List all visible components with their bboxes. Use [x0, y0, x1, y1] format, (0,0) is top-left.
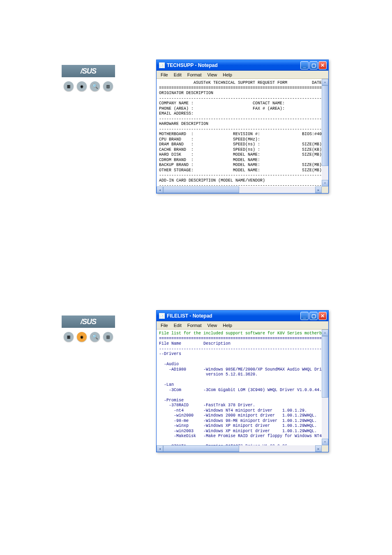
close-button[interactable]: ✕ — [318, 312, 327, 320]
techsupp-text: ASUSTeK TECHNICAL SUPPORT REQUEST FORM D… — [159, 81, 326, 187]
menu-edit[interactable]: Edit — [171, 322, 184, 329]
maximize-button[interactable]: ▢ — [309, 61, 318, 69]
scroll-down-icon[interactable]: ▾ — [322, 180, 328, 187]
techsupp-content[interactable]: ASUSTeK TECHNICAL SUPPORT REQUEST FORM D… — [157, 79, 328, 187]
asus-logo-block-1: /SUS ▦ ◉ 🔍 ▤ — [55, 60, 121, 97]
vertical-scrollbar[interactable]: ▴ ▾ — [322, 79, 328, 187]
menu-file[interactable]: File — [158, 322, 171, 329]
scroll-left-icon[interactable]: ◂ — [157, 445, 163, 452]
menu-format[interactable]: Format — [185, 322, 204, 329]
scroll-up-icon[interactable]: ▴ — [322, 329, 328, 336]
filelist-titlebar[interactable]: 📄 FILELIST - Notepad _ ▢ ✕ — [157, 311, 328, 321]
filelist-title: FILELIST - Notepad — [167, 313, 212, 319]
maximize-button[interactable]: ▢ — [309, 312, 318, 320]
search-icon: 🔍 — [90, 81, 100, 91]
minimize-button[interactable]: _ — [300, 61, 309, 69]
window-buttons: _ ▢ ✕ — [300, 312, 327, 320]
menu-format[interactable]: Format — [185, 71, 204, 78]
asus-logo-block-2: /SUS ▦ ◉ 🔍 ▤ — [55, 310, 121, 347]
file-icon: ▤ — [103, 81, 113, 91]
scroll-thumb-h[interactable] — [163, 187, 239, 193]
scroll-right-icon[interactable]: ▸ — [315, 445, 322, 452]
window-buttons: _ ▢ ✕ — [300, 61, 327, 69]
scroll-thumb-h[interactable] — [163, 445, 239, 452]
menu-edit[interactable]: Edit — [171, 71, 184, 78]
filelist-window: 📄 FILELIST - Notepad _ ▢ ✕ File Edit For… — [156, 310, 329, 452]
search-icon: 🔍 — [90, 332, 100, 342]
scroll-thumb-v[interactable] — [322, 85, 328, 166]
vertical-scrollbar[interactable]: ▴ ▾ — [322, 329, 328, 445]
menu-help[interactable]: Help — [220, 71, 235, 78]
asus-icon-row: ▦ ◉ 🔍 ▤ — [64, 332, 113, 342]
filelist-content[interactable]: File list for the included support softw… — [157, 329, 328, 445]
resize-grip[interactable] — [322, 445, 328, 452]
techsupp-titlebar[interactable]: 📄 TECHSUPP - Notepad _ ▢ ✕ — [157, 60, 328, 71]
grid-icon: ▦ — [64, 81, 74, 91]
techsupp-title: TECHSUPP - Notepad — [167, 62, 218, 68]
horizontal-scrollbar[interactable]: ◂ ▸ — [157, 187, 328, 193]
scroll-track-v[interactable] — [322, 336, 328, 439]
scroll-thumb-v[interactable] — [322, 336, 328, 398]
horizontal-scrollbar[interactable]: ◂ ▸ — [157, 445, 328, 452]
scroll-track-v[interactable] — [322, 85, 328, 180]
notepad-icon: 📄 — [159, 62, 165, 68]
minimize-button[interactable]: _ — [300, 312, 309, 320]
menu-view[interactable]: View — [205, 322, 220, 329]
asus-logo: /SUS — [62, 65, 115, 77]
scroll-track-h[interactable] — [163, 445, 315, 452]
scroll-up-icon[interactable]: ▴ — [322, 79, 328, 85]
filelist-menubar: File Edit Format View Help — [157, 321, 328, 329]
close-button[interactable]: ✕ — [318, 61, 327, 69]
asus-logo: /SUS — [62, 315, 115, 328]
notepad-icon: 📄 — [159, 313, 165, 319]
menu-help[interactable]: Help — [220, 322, 235, 329]
menu-file[interactable]: File — [158, 71, 171, 78]
grid-icon: ▦ — [64, 332, 74, 342]
techsupp-window: 📄 TECHSUPP - Notepad _ ▢ ✕ File Edit For… — [156, 60, 329, 193]
globe-icon: ◉ — [77, 81, 87, 91]
scroll-down-icon[interactable]: ▾ — [322, 439, 328, 445]
menu-view[interactable]: View — [205, 71, 220, 78]
file-icon: ▤ — [103, 332, 113, 342]
resize-grip[interactable] — [322, 187, 328, 193]
scroll-left-icon[interactable]: ◂ — [157, 187, 163, 193]
scroll-track-h[interactable] — [163, 187, 315, 193]
globe-icon: ◉ — [77, 332, 87, 342]
techsupp-menubar: File Edit Format View Help — [157, 71, 328, 79]
scroll-right-icon[interactable]: ▸ — [315, 187, 322, 193]
filelist-text: File list for the included support softw… — [159, 331, 326, 445]
asus-icon-row: ▦ ◉ 🔍 ▤ — [64, 81, 113, 91]
